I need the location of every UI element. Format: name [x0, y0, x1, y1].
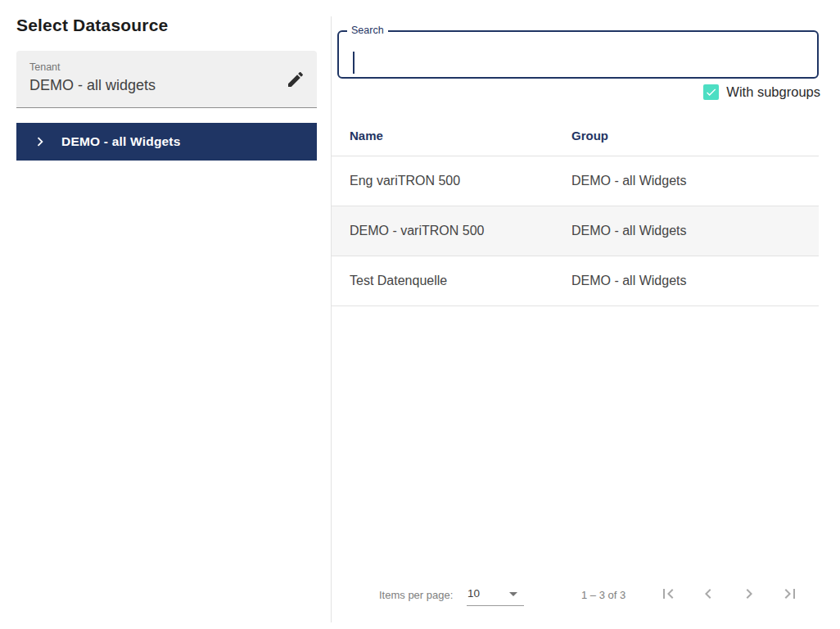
table-row[interactable]: Test Datenquelle DEMO - all Widgets	[332, 256, 819, 306]
tenant-field-label: Tenant	[29, 61, 61, 73]
column-header-group: Group	[571, 129, 819, 143]
cell-name: DEMO - variTRON 500	[332, 224, 571, 238]
search-field: Search	[337, 30, 819, 79]
cell-name: Eng variTRON 500	[332, 174, 571, 188]
tenant-edit-button[interactable]	[286, 70, 305, 89]
with-subgroups-label[interactable]: With subgroups	[726, 84, 820, 100]
chevron-right-icon	[739, 584, 759, 606]
first-page-icon	[658, 584, 678, 606]
cell-group: DEMO - all Widgets	[571, 274, 819, 288]
table-row[interactable]: DEMO - variTRON 500 DEMO - all Widgets	[332, 206, 819, 256]
column-header-name: Name	[332, 129, 571, 143]
cell-name: Test Datenquelle	[332, 274, 571, 288]
text-caret	[353, 52, 355, 74]
check-icon	[705, 86, 717, 98]
first-page-button[interactable]	[652, 578, 684, 611]
items-per-page-value: 10	[467, 587, 480, 600]
table-row[interactable]: Eng variTRON 500 DEMO - all Widgets	[332, 156, 819, 206]
chevron-left-icon	[698, 584, 718, 606]
items-per-page-label: Items per page:	[379, 589, 453, 601]
dropdown-arrow-icon	[509, 592, 517, 596]
with-subgroups-checkbox-row: With subgroups	[703, 84, 820, 100]
tree-item-demo-all-widgets[interactable]: DEMO - all Widgets	[16, 123, 317, 161]
search-field-label: Search	[347, 25, 388, 36]
panel-divider	[331, 16, 332, 622]
items-per-page-select[interactable]: 10	[467, 582, 524, 606]
page-title: Select Datasource	[16, 16, 169, 35]
cell-group: DEMO - all Widgets	[571, 174, 819, 188]
last-page-icon	[780, 584, 800, 606]
tenant-field-value: DEMO - all widgets	[29, 77, 156, 94]
last-page-button[interactable]	[774, 578, 806, 611]
pencil-icon	[286, 79, 305, 92]
chevron-right-icon[interactable]	[31, 133, 49, 151]
next-page-button[interactable]	[733, 578, 765, 611]
datasource-table: Name Group Eng variTRON 500 DEMO - all W…	[332, 115, 819, 306]
paginator-range-label: 1 – 3 of 3	[581, 589, 625, 601]
search-input[interactable]	[352, 45, 802, 68]
tree-item-label: DEMO - all Widgets	[61, 134, 181, 149]
with-subgroups-checkbox[interactable]	[703, 84, 719, 100]
tenant-field: Tenant DEMO - all widgets	[16, 51, 317, 108]
select-datasource-page: Select Datasource Tenant DEMO - all widg…	[0, 0, 840, 629]
table-header-row: Name Group	[332, 115, 819, 156]
cell-group: DEMO - all Widgets	[571, 224, 819, 238]
previous-page-button[interactable]	[692, 578, 725, 611]
